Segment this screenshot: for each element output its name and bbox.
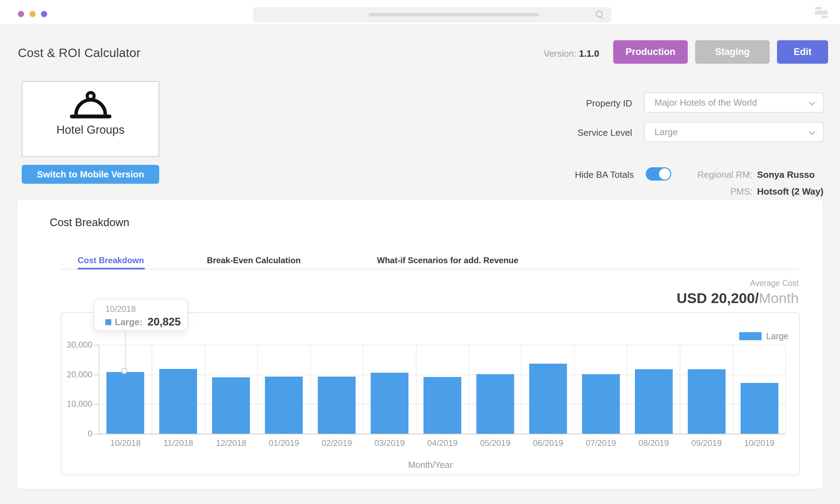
traffic-light-zoom-icon[interactable] bbox=[41, 11, 47, 17]
x-tick-label: 10/2019 bbox=[733, 438, 786, 448]
x-tick-label: 09/2019 bbox=[680, 438, 733, 448]
y-tick-mark bbox=[94, 374, 98, 375]
bar-10/2019[interactable] bbox=[741, 383, 778, 434]
bar-11/2018[interactable] bbox=[159, 369, 197, 434]
search-input[interactable] bbox=[253, 7, 611, 22]
staging-button[interactable]: Staging bbox=[695, 40, 770, 64]
switch-to-mobile-button[interactable]: Switch to Mobile Version bbox=[22, 165, 159, 184]
y-tick-label: 30,000 bbox=[62, 340, 92, 350]
app-window: Cost & ROI Calculator Version: 1.1.0 Pro… bbox=[0, 0, 840, 504]
x-tick-label: 08/2019 bbox=[628, 438, 680, 448]
bar-02/2019[interactable] bbox=[318, 377, 356, 434]
gridline-vertical bbox=[468, 345, 469, 434]
gridline-vertical bbox=[204, 345, 205, 434]
gridline-vertical bbox=[363, 345, 364, 434]
gridline-vertical bbox=[627, 345, 628, 434]
window-menu-icon[interactable] bbox=[815, 6, 828, 19]
y-tick-label: 20,000 bbox=[62, 370, 92, 379]
y-tick-label: 10,000 bbox=[62, 399, 92, 409]
pms-label: PMS: bbox=[665, 186, 752, 197]
tab-break-even-calculation[interactable]: Break-Even Calculation bbox=[207, 255, 301, 265]
property-id-select[interactable]: Major Hotels of the World bbox=[644, 92, 824, 113]
hide-ba-totals-label: Hide BA Totals bbox=[529, 169, 634, 180]
x-tick-label: 11/2018 bbox=[152, 438, 204, 448]
y-tick-mark bbox=[94, 345, 98, 345]
chevron-down-icon bbox=[808, 128, 815, 135]
average-cost-label: Average Cost bbox=[677, 279, 799, 288]
x-tick-label: 06/2019 bbox=[522, 438, 574, 448]
chevron-down-icon bbox=[808, 99, 815, 105]
hotel-groups-tile[interactable]: Hotel Groups bbox=[22, 81, 159, 157]
tab-cost-breakdown[interactable]: Cost Breakdown bbox=[78, 255, 144, 265]
bar-03/2019[interactable] bbox=[371, 373, 408, 434]
gridline-vertical bbox=[310, 345, 311, 434]
bar-10/2018[interactable] bbox=[106, 372, 144, 434]
tabs-baseline bbox=[61, 269, 800, 270]
tab-what-if-scenarios-for-add-revenue[interactable]: What-if Scenarios for add. Revenue bbox=[377, 255, 518, 265]
chart-legend[interactable]: Large bbox=[739, 331, 789, 341]
average-cost: Average Cost USD 20,200/Month bbox=[677, 279, 799, 307]
tooltip-value: 20,825 bbox=[147, 316, 181, 328]
property-info: Regional RM: Sonya Russo PMS: Hotsoft (2… bbox=[665, 169, 824, 197]
bar-08/2019[interactable] bbox=[635, 369, 673, 434]
bar-12/2018[interactable] bbox=[212, 377, 250, 434]
x-tick-label: 01/2019 bbox=[258, 438, 310, 448]
search-icon[interactable] bbox=[595, 10, 604, 19]
production-button[interactable]: Production bbox=[613, 40, 688, 64]
panel-title: Cost Breakdown bbox=[50, 216, 129, 229]
gridline-vertical bbox=[680, 345, 680, 434]
service-level-select[interactable]: Large bbox=[644, 122, 824, 142]
traffic-lights bbox=[18, 11, 47, 17]
x-tick-label: 07/2019 bbox=[575, 438, 627, 448]
service-level-value: Large bbox=[654, 127, 678, 137]
tooltip-series-label: Large: bbox=[115, 317, 142, 328]
active-tab-underline bbox=[78, 268, 145, 270]
regional-rm-label: Regional RM: bbox=[665, 169, 752, 180]
x-axis-title: Month/Year bbox=[62, 460, 799, 470]
tooltip-swatch bbox=[105, 319, 111, 325]
y-axis-line bbox=[99, 345, 99, 434]
gridline-vertical bbox=[152, 345, 152, 434]
gridline-vertical bbox=[785, 345, 786, 434]
bar-09/2019[interactable] bbox=[688, 369, 726, 434]
gridline-vertical bbox=[574, 345, 575, 434]
y-tick-mark bbox=[94, 404, 98, 405]
bar-01/2019[interactable] bbox=[265, 377, 303, 434]
average-cost-period: Month bbox=[759, 290, 799, 306]
tooltip-date: 10/2018 bbox=[105, 304, 187, 314]
traffic-light-minimize-icon[interactable] bbox=[29, 11, 36, 17]
chart-tooltip: 10/2018 Large: 20,825 bbox=[93, 299, 188, 331]
traffic-light-close-icon[interactable] bbox=[18, 11, 24, 17]
y-tick-label: 0 bbox=[62, 429, 92, 439]
bar-07/2019[interactable] bbox=[582, 374, 620, 434]
tooltip-connector-line bbox=[125, 331, 126, 372]
gridline-vertical bbox=[521, 345, 522, 434]
cost-chart: 010,00020,00030,00010/201811/201812/2018… bbox=[61, 312, 800, 475]
gridline-vertical bbox=[416, 345, 416, 434]
version-info: Version: 1.1.0 bbox=[541, 48, 599, 59]
legend-label: Large bbox=[766, 331, 789, 341]
version-value: 1.1.0 bbox=[579, 48, 599, 59]
version-label: Version: bbox=[544, 48, 576, 59]
cloche-icon bbox=[68, 116, 114, 122]
gridline-horizontal bbox=[98, 374, 786, 375]
edit-button[interactable]: Edit bbox=[777, 40, 828, 64]
average-cost-amount: USD 20,200/ bbox=[677, 290, 759, 306]
y-tick-mark bbox=[94, 434, 98, 434]
x-tick-label: 05/2019 bbox=[469, 438, 522, 448]
property-id-label: Property ID bbox=[527, 98, 632, 109]
regional-rm-value: Sonya Russo bbox=[757, 169, 824, 180]
page-title: Cost & ROI Calculator bbox=[18, 46, 141, 60]
pms-value: Hotsoft (2 Way) bbox=[757, 186, 824, 197]
x-tick-label: 03/2019 bbox=[363, 438, 416, 448]
x-tick-label: 12/2018 bbox=[205, 438, 257, 448]
bar-05/2019[interactable] bbox=[476, 374, 514, 434]
gridline-vertical bbox=[257, 345, 258, 434]
property-id-value: Major Hotels of the World bbox=[654, 97, 757, 108]
x-tick-label: 02/2019 bbox=[310, 438, 363, 448]
bar-06/2019[interactable] bbox=[529, 364, 567, 434]
bar-04/2019[interactable] bbox=[424, 377, 461, 434]
window-titlebar bbox=[0, 0, 840, 25]
x-tick-label: 04/2019 bbox=[416, 438, 469, 448]
hotel-groups-label: Hotel Groups bbox=[22, 123, 159, 136]
